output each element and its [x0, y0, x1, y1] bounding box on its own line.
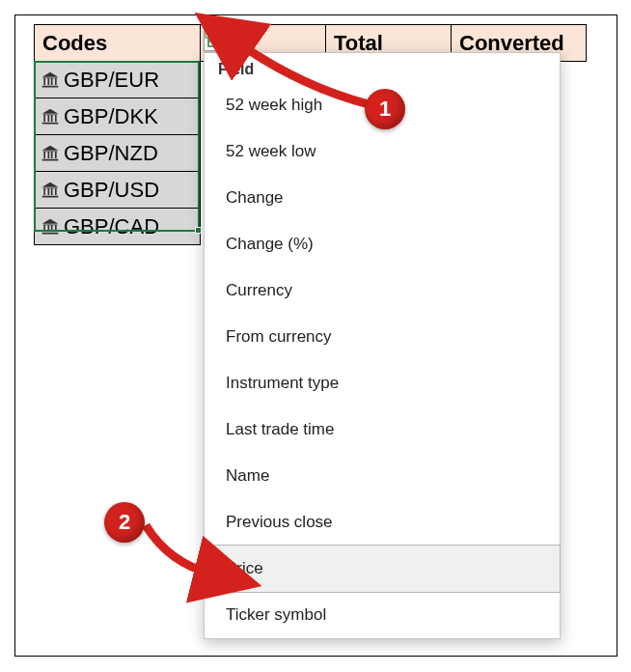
- code-text: GBP/EUR: [64, 68, 159, 92]
- dropdown-item[interactable]: Change: [205, 175, 560, 221]
- header-codes[interactable]: Codes: [35, 25, 201, 62]
- dropdown-item[interactable]: Last trade time: [205, 406, 560, 453]
- dropdown-item[interactable]: Name: [205, 453, 560, 499]
- dropdown-item[interactable]: Ticker symbol: [205, 592, 560, 638]
- bank-icon: [41, 144, 60, 163]
- dropdown-item[interactable]: 52 week low: [205, 128, 560, 175]
- dropdown-item[interactable]: From currency: [205, 314, 560, 360]
- dropdown-item[interactable]: Currency: [205, 267, 560, 314]
- code-text: GBP/DKK: [64, 104, 158, 128]
- code-text: GBP/CAD: [64, 214, 159, 238]
- bank-icon: [41, 217, 60, 237]
- field-dropdown: Field 52 week high52 week lowChangeChang…: [204, 52, 561, 639]
- dropdown-item[interactable]: Instrument type: [205, 360, 560, 406]
- cell-code[interactable]: GBP/EUR: [35, 62, 201, 98]
- dropdown-header: Field: [205, 53, 560, 82]
- dropdown-item[interactable]: Price: [204, 545, 561, 593]
- bank-icon: [41, 70, 60, 90]
- bank-icon: [41, 181, 60, 200]
- dropdown-item[interactable]: Previous close: [205, 499, 560, 546]
- insert-data-button[interactable]: [204, 26, 229, 51]
- callout-1: 1: [365, 89, 405, 129]
- code-text: GBP/USD: [64, 178, 159, 202]
- callout-2: 2: [104, 502, 145, 543]
- cell-code[interactable]: GBP/USD: [35, 172, 201, 209]
- cell-code[interactable]: GBP/NZD: [35, 135, 201, 172]
- cell-code[interactable]: GBP/CAD: [35, 209, 201, 245]
- dropdown-item[interactable]: Change (%): [205, 221, 560, 267]
- code-text: GBP/NZD: [64, 141, 158, 165]
- cell-code[interactable]: GBP/DKK: [35, 98, 201, 135]
- bank-icon: [41, 107, 60, 126]
